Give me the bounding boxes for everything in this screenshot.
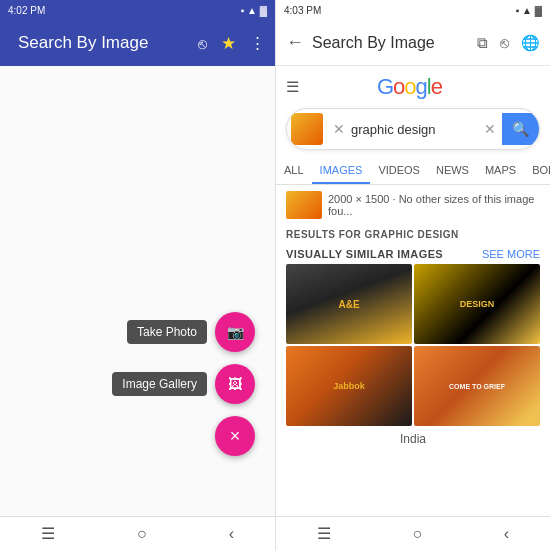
back-icon[interactable]: ← xyxy=(286,32,304,53)
right-home-icon[interactable]: ○ xyxy=(412,525,422,543)
take-photo-button[interactable]: 📷 xyxy=(215,312,255,352)
share-icon[interactable]: ⎋ xyxy=(198,35,207,52)
close-icon: × xyxy=(230,426,241,447)
visually-similar-label: VISUALLY SIMILAR IMAGES xyxy=(286,248,443,260)
search-clear-icon[interactable]: ✕ xyxy=(478,121,502,137)
left-content: Take Photo 📷 Image Gallery 🖼 × xyxy=(0,66,275,516)
similar-image-1[interactable]: A&E xyxy=(286,264,412,344)
thumbnail-close-icon[interactable]: ✕ xyxy=(327,121,351,137)
left-back-icon[interactable]: ‹ xyxy=(229,525,234,543)
globe-icon[interactable]: 🌐 xyxy=(521,34,540,52)
fab-close-button[interactable]: × xyxy=(215,416,255,456)
visually-similar-header: VISUALLY SIMILAR IMAGES SEE MORE xyxy=(276,244,550,264)
take-photo-item: Take Photo 📷 xyxy=(127,312,255,352)
hamburger-icon[interactable]: ☰ xyxy=(286,78,299,96)
tab-maps[interactable]: MAPS xyxy=(477,156,524,184)
right-bottombar: ☰ ○ ‹ xyxy=(276,516,550,550)
fab-group: Take Photo 📷 Image Gallery 🖼 × xyxy=(112,312,255,456)
tabs-row: ALL IMAGES VIDEOS NEWS MAPS BOD xyxy=(276,156,550,185)
size-text: 2000 × 1500 · No other sizes of this ima… xyxy=(328,193,540,217)
camera-icon: 📷 xyxy=(227,324,244,340)
right-statusbar: 4:03 PM ▪ ▲ ▓ xyxy=(276,0,550,20)
share-icon[interactable]: ⎋ xyxy=(500,34,509,51)
search-thumbnail xyxy=(291,113,323,145)
image-grid: A&E DESIGN Jabbok COME TO GRIEF xyxy=(276,264,550,426)
right-status-icons: ▪ ▲ ▓ xyxy=(516,5,542,16)
search-bar[interactable]: ✕ graphic design ✕ 🔍 xyxy=(286,108,540,150)
size-thumbnail xyxy=(286,191,322,219)
tab-news[interactable]: NEWS xyxy=(428,156,477,184)
left-statusbar: 4:02 PM ▪ ▲ ▓ xyxy=(0,0,275,20)
image-gallery-button[interactable]: 🖼 xyxy=(215,364,255,404)
right-toolbar-icons: ⧉ ⎋ 🌐 xyxy=(477,34,540,52)
left-title: Search By Image xyxy=(18,33,198,53)
left-panel: 4:02 PM ▪ ▲ ▓ Search By Image ⎋ ★ ⋮ Take… xyxy=(0,0,275,550)
image-size-row: 2000 × 1500 · No other sizes of this ima… xyxy=(276,185,550,225)
tab-bod[interactable]: BOD xyxy=(524,156,550,184)
similar-image-3[interactable]: Jabbok xyxy=(286,346,412,426)
results-label: RESULTS FOR GRAPHIC DESIGN xyxy=(276,225,550,244)
see-more-link[interactable]: SEE MORE xyxy=(482,248,540,260)
search-input[interactable]: graphic design xyxy=(351,118,478,141)
image-gallery-label: Image Gallery xyxy=(112,372,207,396)
left-time: 4:02 PM xyxy=(8,5,45,16)
right-menu-icon[interactable]: ☰ xyxy=(317,524,331,543)
similar-image-2[interactable]: DESIGN xyxy=(414,264,540,344)
google-bar: ☰ Google xyxy=(276,66,550,108)
tab-videos[interactable]: VIDEOS xyxy=(370,156,428,184)
right-back-icon[interactable]: ‹ xyxy=(504,525,509,543)
search-button[interactable]: 🔍 xyxy=(502,113,539,145)
star-icon[interactable]: ★ xyxy=(221,33,236,54)
right-panel: 4:03 PM ▪ ▲ ▓ ← Search By Image ⧉ ⎋ 🌐 ☰ … xyxy=(275,0,550,550)
tab-all[interactable]: ALL xyxy=(276,156,312,184)
left-bottombar: ☰ ○ ‹ xyxy=(0,516,275,550)
take-photo-label: Take Photo xyxy=(127,320,207,344)
tab-images[interactable]: IMAGES xyxy=(312,156,371,184)
image-gallery-item: Image Gallery 🖼 xyxy=(112,364,255,404)
left-menu-icon[interactable]: ☰ xyxy=(41,524,55,543)
magnify-icon: 🔍 xyxy=(512,121,529,137)
similar-image-4[interactable]: COME TO GRIEF xyxy=(414,346,540,426)
left-toolbar-icons: ⎋ ★ ⋮ xyxy=(198,33,265,54)
left-toolbar: Search By Image ⎋ ★ ⋮ xyxy=(0,20,275,66)
gallery-icon: 🖼 xyxy=(228,376,242,392)
more-vertical-icon[interactable]: ⋮ xyxy=(250,34,265,52)
right-time: 4:03 PM xyxy=(284,5,321,16)
right-toolbar: ← Search By Image ⧉ ⎋ 🌐 xyxy=(276,20,550,66)
thumbnail-inner xyxy=(291,113,323,145)
copy-icon[interactable]: ⧉ xyxy=(477,34,488,52)
india-label: India xyxy=(276,426,550,452)
right-title: Search By Image xyxy=(312,34,477,52)
left-home-icon[interactable]: ○ xyxy=(137,525,147,543)
left-status-icons: ▪ ▲ ▓ xyxy=(241,5,267,16)
google-logo: Google xyxy=(377,74,442,100)
